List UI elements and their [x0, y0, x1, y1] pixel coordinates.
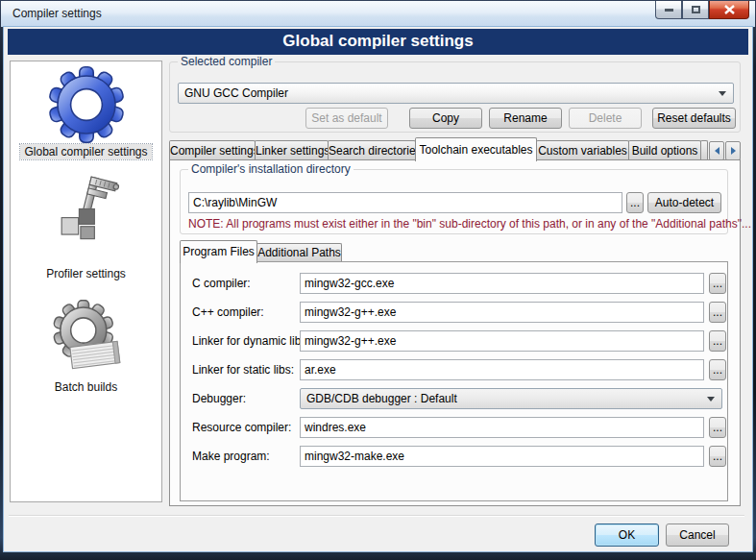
- maximize-button[interactable]: [682, 1, 709, 19]
- installation-directory-legend: Compiler's installation directory: [188, 162, 354, 176]
- auto-detect-button[interactable]: Auto-detect: [647, 192, 721, 213]
- linker-dynamic-input[interactable]: [300, 330, 704, 352]
- compiler-settings-window: Compiler settings Global compiler settin…: [0, 0, 756, 560]
- close-button[interactable]: [709, 1, 749, 19]
- settings-category-sidebar: Global compiler settings: [10, 61, 162, 502]
- chevron-down-icon: [719, 91, 726, 96]
- cancel-button[interactable]: Cancel: [666, 523, 729, 547]
- selected-compiler-legend: Selected compiler: [178, 55, 275, 68]
- subtab-additional-paths[interactable]: Additional Paths: [256, 243, 342, 262]
- caliper-icon: [50, 173, 123, 248]
- make-program-browse-button[interactable]: ...: [709, 446, 726, 467]
- subtab-program-files[interactable]: Program Files: [180, 240, 257, 263]
- chevron-down-icon: [707, 397, 715, 402]
- page-title: Global compiler settings: [8, 29, 748, 55]
- set-as-default-button: Set as default: [305, 108, 388, 129]
- sidebar-label-batch-builds[interactable]: Batch builds: [11, 380, 161, 394]
- sidebar-item-batch-builds[interactable]: [11, 300, 161, 377]
- tab-scroll-right-button[interactable]: [725, 141, 741, 160]
- c-compiler-label: C compiler:: [192, 277, 251, 290]
- linker-static-browse-button[interactable]: ...: [709, 359, 726, 380]
- cpp-compiler-input[interactable]: [300, 302, 704, 323]
- selected-compiler-group: Selected compiler GNU GCC Compiler Set a…: [169, 61, 741, 133]
- toolchain-executables-page: Compiler's installation directory ... Au…: [169, 159, 741, 506]
- linker-dynamic-browse-button[interactable]: ...: [709, 330, 726, 352]
- c-compiler-input[interactable]: [300, 273, 704, 294]
- window-title: Compiler settings: [12, 7, 102, 20]
- programs-subtabstrip: Program Files Additional Paths: [180, 239, 564, 262]
- minimize-icon: [665, 9, 673, 12]
- delete-button: Delete: [569, 108, 642, 129]
- tab-toolchain-executables[interactable]: Toolchain executables: [415, 137, 537, 161]
- titlebar: Compiler settings: [1, 1, 755, 27]
- bin-subdirectory-note: NOTE: All programs must exist either in …: [188, 217, 751, 231]
- debugger-label: Debugger:: [192, 392, 246, 405]
- sidebar-item-profiler[interactable]: [11, 173, 161, 248]
- reset-defaults-button[interactable]: Reset defaults: [652, 108, 736, 129]
- tab-search-directories[interactable]: Search directories: [328, 140, 416, 160]
- program-files-page: C compiler: ... C++ compiler: ... Linker…: [180, 261, 728, 501]
- dialog-body: Global compiler settings: [4, 27, 752, 551]
- tab-linker-settings[interactable]: Linker settings: [255, 140, 329, 160]
- sidebar-label-global-compiler[interactable]: Global compiler settings: [11, 145, 161, 158]
- gray-gear-stack-icon: [46, 300, 127, 377]
- compiler-select[interactable]: GNU GCC Compiler: [178, 83, 734, 104]
- close-icon: [724, 5, 735, 14]
- linker-static-label: Linker for static libs:: [192, 363, 294, 377]
- resource-compiler-browse-button[interactable]: ...: [709, 417, 726, 438]
- copy-button[interactable]: Copy: [409, 108, 482, 129]
- tab-scroll-left-button[interactable]: [709, 141, 724, 160]
- arrow-left-icon: [715, 147, 719, 155]
- browse-directory-button[interactable]: ...: [626, 192, 644, 213]
- c-compiler-browse-button[interactable]: ...: [709, 273, 726, 294]
- minimize-button[interactable]: [655, 1, 682, 19]
- linker-static-input[interactable]: [300, 359, 704, 380]
- sidebar-item-global-compiler[interactable]: [11, 66, 161, 143]
- footer-divider: [9, 515, 744, 517]
- tab-compiler-settings[interactable]: Compiler settings: [169, 140, 256, 160]
- linker-dynamic-label: Linker for dynamic libs:: [192, 334, 310, 348]
- resource-compiler-input[interactable]: [300, 417, 704, 438]
- ok-button[interactable]: OK: [595, 523, 659, 547]
- resource-compiler-label: Resource compiler:: [192, 421, 291, 434]
- make-program-label: Make program:: [192, 450, 270, 463]
- rename-button[interactable]: Rename: [489, 108, 562, 129]
- caption-buttons: [655, 1, 749, 19]
- cpp-compiler-browse-button[interactable]: ...: [709, 302, 726, 323]
- installation-directory-group: Compiler's installation directory ... Au…: [180, 169, 728, 234]
- tab-clipped[interactable]: [700, 140, 708, 160]
- cpp-compiler-label: C++ compiler:: [192, 305, 264, 319]
- make-program-input[interactable]: [300, 446, 704, 467]
- installation-directory-input[interactable]: [188, 192, 622, 213]
- sidebar-label-profiler[interactable]: Profiler settings: [11, 267, 161, 280]
- debugger-select[interactable]: GDB/CDB debugger : Default: [300, 388, 722, 409]
- tab-custom-variables[interactable]: Custom variables: [536, 140, 629, 160]
- tab-build-options[interactable]: Build options: [628, 140, 701, 160]
- arrow-right-icon: [731, 147, 736, 155]
- maximize-icon: [692, 6, 700, 13]
- main-tabstrip: Compiler settings Linker settings Search…: [169, 136, 741, 160]
- blue-gear-icon: [48, 66, 125, 143]
